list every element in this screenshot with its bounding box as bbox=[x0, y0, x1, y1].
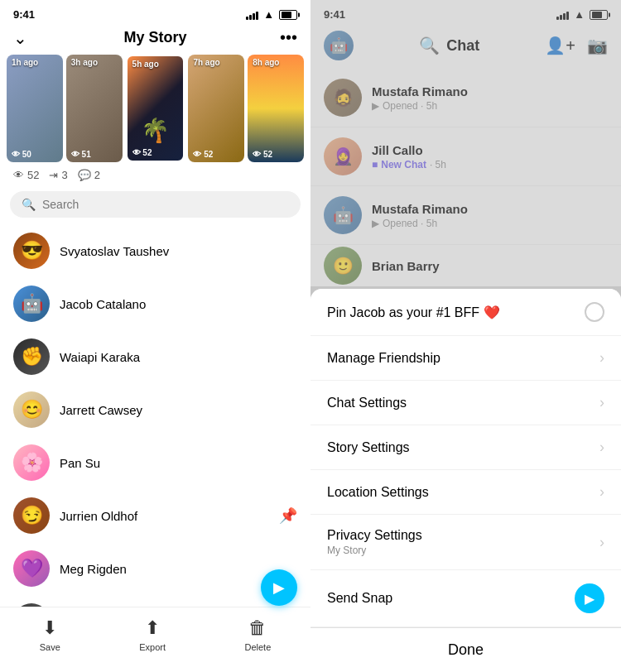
pin-bff-toggle[interactable] bbox=[585, 302, 604, 322]
left-status-bar: 9:41 ▲ bbox=[0, 0, 310, 24]
privacy-settings-chevron: › bbox=[599, 534, 604, 551]
story-thumb-1-views: 👁 50 bbox=[12, 150, 31, 159]
contact-name-jacob: Jacob Catalano bbox=[60, 297, 146, 311]
done-button[interactable]: Done bbox=[310, 627, 621, 672]
contact-name-pan: Pan Su bbox=[60, 456, 100, 470]
contact-jurrien[interactable]: 😏 Jurrien Oldhof 📌 bbox=[0, 489, 310, 542]
chat-settings-chevron: › bbox=[599, 394, 604, 411]
story-thumb-3[interactable]: 5h ago 🌴 👁 52 bbox=[126, 55, 185, 162]
shares-icon: ⇥ bbox=[49, 169, 58, 181]
avatar-jurrien: 😏 bbox=[13, 497, 50, 534]
chat-settings-label: Chat Settings bbox=[327, 396, 407, 410]
manage-friendship-chevron: › bbox=[599, 349, 604, 367]
battery-icon bbox=[279, 10, 297, 20]
contact-name-jurrien: Jurrien Oldhof bbox=[60, 509, 137, 523]
left-toolbar: ⬇ Save ⬆ Export 🗑 Delete bbox=[0, 607, 310, 672]
views-count: 52 bbox=[27, 169, 39, 181]
search-input[interactable] bbox=[42, 198, 289, 211]
story-thumb-3-views: 👁 52 bbox=[132, 148, 152, 157]
privacy-settings-label: Privacy Settings bbox=[327, 528, 422, 543]
send-fab[interactable]: ▶ bbox=[261, 569, 297, 606]
story-thumb-3-label: 5h ago bbox=[132, 60, 159, 69]
story-thumbnails: 1h ago 👁 50 3h ago 👁 51 5h ago 🌴 👁 52 7h… bbox=[0, 55, 310, 162]
contact-svyatoslav[interactable]: 😎 Svyatoslav Taushev bbox=[0, 224, 310, 277]
story-stats: 👁 52 ⇥ 3 💬 2 bbox=[0, 162, 310, 188]
pin-bff-item[interactable]: Pin Jacob as your #1 BFF ❤️ bbox=[310, 289, 621, 336]
reactions-count: 2 bbox=[94, 169, 100, 181]
story-thumb-1-label: 1h ago bbox=[12, 58, 38, 67]
pin-bff-label: Pin Jacob as your #1 BFF ❤️ bbox=[327, 305, 500, 320]
story-thumb-5-views: 👁 52 bbox=[253, 150, 272, 159]
send-snap-label: Send Snap bbox=[327, 591, 392, 606]
search-icon: 🔍 bbox=[22, 198, 36, 211]
location-settings-label: Location Settings bbox=[327, 485, 429, 500]
signal-icon bbox=[246, 10, 258, 20]
contact-jacob[interactable]: 🤖 Jacob Catalano bbox=[0, 277, 310, 330]
story-thumb-4-label: 7h ago bbox=[193, 58, 219, 67]
toolbar-delete[interactable]: 🗑 Delete bbox=[244, 617, 271, 652]
story-thumb-4[interactable]: 7h ago 👁 52 bbox=[188, 55, 244, 162]
story-thumb-2-label: 3h ago bbox=[71, 58, 98, 67]
more-button[interactable]: ••• bbox=[280, 28, 297, 47]
contact-jarrett[interactable]: 😊 Jarrett Cawsey bbox=[0, 383, 310, 436]
privacy-settings-text: Privacy Settings My Story bbox=[327, 528, 422, 556]
shares-stat: ⇥ 3 bbox=[49, 169, 67, 181]
wifi-icon: ▲ bbox=[263, 8, 274, 21]
views-icon: 👁 bbox=[13, 169, 24, 181]
save-icon: ⬇ bbox=[42, 617, 57, 639]
contact-waiapi[interactable]: ✊ Waiapi Karaka bbox=[0, 330, 310, 383]
pin-icon-jurrien: 📌 bbox=[279, 506, 297, 525]
toolbar-save[interactable]: ⬇ Save bbox=[40, 617, 60, 652]
story-thumb-2[interactable]: 3h ago 👁 51 bbox=[66, 55, 123, 162]
left-title: My Story bbox=[123, 29, 186, 46]
toolbar-export[interactable]: ⬆ Export bbox=[139, 617, 166, 652]
avatar-meg: 💜 bbox=[13, 550, 50, 587]
story-thumb-5[interactable]: 8h ago 👁 52 bbox=[248, 55, 304, 162]
story-thumb-4-views: 👁 52 bbox=[193, 150, 213, 159]
context-overlay: Pin Jacob as your #1 BFF ❤️ Manage Frien… bbox=[310, 0, 621, 672]
story-thumb-2-views: 👁 51 bbox=[71, 150, 91, 159]
avatar-pan: 🌸 bbox=[13, 444, 50, 481]
send-snap-item[interactable]: Send Snap ▶ bbox=[310, 570, 621, 627]
avatar-jarrett: 😊 bbox=[13, 391, 50, 428]
contact-pan[interactable]: 🌸 Pan Su bbox=[0, 436, 310, 489]
export-label: Export bbox=[139, 642, 166, 652]
reactions-icon: 💬 bbox=[78, 169, 91, 181]
delete-icon: 🗑 bbox=[248, 617, 267, 639]
save-label: Save bbox=[40, 642, 60, 652]
shares-count: 3 bbox=[61, 169, 67, 181]
contact-list: 😎 Svyatoslav Taushev 🤖 Jacob Catalano ✊ … bbox=[0, 224, 310, 607]
export-icon: ⬆ bbox=[145, 617, 160, 639]
done-label: Done bbox=[448, 641, 484, 658]
story-settings-label: Story Settings bbox=[327, 440, 410, 455]
left-time: 9:41 bbox=[13, 8, 35, 21]
location-settings-chevron: › bbox=[599, 483, 604, 501]
story-settings-chevron: › bbox=[599, 439, 604, 456]
context-menu: Pin Jacob as your #1 BFF ❤️ Manage Frien… bbox=[310, 289, 621, 672]
story-settings-item[interactable]: Story Settings › bbox=[310, 425, 621, 470]
avatar-svyatoslav: 😎 bbox=[13, 233, 50, 269]
story-thumb-1[interactable]: 1h ago 👁 50 bbox=[7, 55, 63, 162]
reactions-stat: 💬 2 bbox=[78, 169, 100, 181]
contact-name-meg: Meg Rigden bbox=[60, 562, 127, 576]
privacy-settings-item[interactable]: Privacy Settings My Story › bbox=[310, 515, 621, 570]
privacy-settings-sublabel: My Story bbox=[327, 545, 422, 556]
manage-friendship-item[interactable]: Manage Friendship › bbox=[310, 336, 621, 381]
avatar-jacob: 🤖 bbox=[13, 286, 50, 322]
avatar-elston: 😐 bbox=[13, 603, 50, 607]
back-button[interactable]: ⌄ bbox=[13, 28, 27, 48]
views-stat: 👁 52 bbox=[13, 169, 39, 181]
delete-label: Delete bbox=[244, 642, 271, 652]
location-settings-item[interactable]: Location Settings › bbox=[310, 470, 621, 515]
manage-friendship-label: Manage Friendship bbox=[327, 351, 440, 366]
contact-name-jarrett: Jarrett Cawsey bbox=[60, 403, 142, 417]
left-header: ⌄ My Story ••• bbox=[0, 24, 310, 55]
left-panel: 9:41 ▲ ⌄ My Story ••• 1h ago 👁 50 3h bbox=[0, 0, 310, 672]
chat-settings-item[interactable]: Chat Settings › bbox=[310, 381, 621, 425]
story-thumb-5-label: 8h ago bbox=[253, 58, 279, 67]
send-snap-button[interactable]: ▶ bbox=[575, 583, 604, 613]
contact-name-svyatoslav: Svyatoslav Taushev bbox=[60, 244, 169, 258]
contact-name-waiapi: Waiapi Karaka bbox=[60, 350, 140, 364]
search-bar[interactable]: 🔍 bbox=[10, 191, 301, 218]
right-panel: 9:41 ▲ 🤖 🔍 Chat 👤+ 📷 bbox=[310, 0, 621, 672]
